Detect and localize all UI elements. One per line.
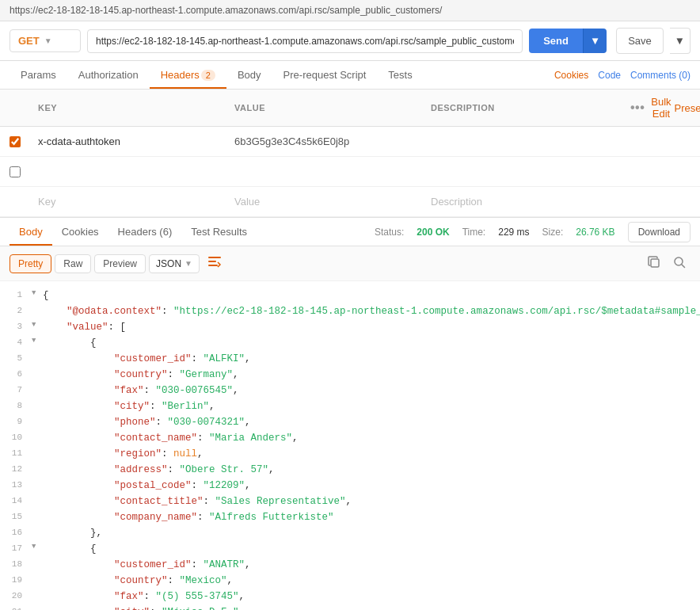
search-button[interactable]	[668, 253, 690, 275]
json-content: "customer_id": "ANATR",	[43, 557, 251, 573]
json-content: "customer_id": "ALFKI",	[43, 351, 251, 367]
copy-button[interactable]	[643, 253, 665, 275]
tab-headers[interactable]: Headers2	[150, 61, 226, 89]
json-line: 13 "postal_code": "12209",	[0, 478, 700, 494]
headers-section: KEY VALUE DESCRIPTION ••• Bulk Edit Pres…	[0, 90, 700, 217]
json-content: "value": [	[43, 319, 126, 335]
line-number: 6	[6, 367, 32, 382]
json-line: 2 "@odata.context": "https://ec2-18-182-…	[0, 303, 700, 319]
tab-pre-request[interactable]: Pre-request Script	[272, 61, 378, 89]
json-content: "contact_name": "Maria Anders",	[43, 430, 299, 446]
row-key[interactable]: x-cdata-authtoken	[38, 135, 234, 147]
empty-row-checkbox-wrap[interactable]	[10, 166, 38, 177]
download-button[interactable]: Download	[628, 222, 690, 242]
line-number: 8	[6, 398, 32, 414]
tab-tests[interactable]: Tests	[377, 61, 423, 89]
json-content: "company_name": "Alfreds Futterkiste"	[43, 509, 334, 525]
comments-link[interactable]: Comments (0)	[630, 70, 690, 81]
json-content: "city": "Berlin",	[43, 398, 215, 414]
response-tabs-bar: Body Cookies Headers (6) Test Results St…	[0, 218, 700, 246]
send-dropdown-button[interactable]: ▼	[583, 29, 607, 53]
svg-rect-0	[208, 257, 221, 258]
line-number: 3	[6, 319, 32, 334]
response-tab-cookies[interactable]: Cookies	[52, 218, 108, 246]
line-number: 17	[6, 541, 32, 556]
line-number: 7	[6, 383, 32, 398]
line-number: 14	[6, 494, 32, 509]
send-button[interactable]: Send	[529, 29, 583, 53]
preview-button[interactable]: Preview	[94, 254, 146, 273]
window-url: https://ec2-18-182-18-145.ap-northeast-1…	[10, 5, 442, 16]
json-line: 6 "country": "Germany",	[0, 367, 700, 383]
json-line: 3▼ "value": [	[0, 319, 700, 335]
row-value[interactable]: 6b3G5g3e3C4s5k6E0j8p	[234, 135, 431, 147]
response-section: Body Cookies Headers (6) Test Results St…	[0, 217, 700, 610]
json-content: {	[43, 288, 49, 303]
response-time: 229 ms	[498, 227, 529, 238]
method-select[interactable]: GET ▼	[10, 29, 81, 52]
json-line: 15 "company_name": "Alfreds Futterkiste"	[0, 509, 700, 525]
collapse-icon[interactable]: ▼	[32, 541, 41, 552]
col-desc-header: DESCRIPTION	[431, 103, 627, 112]
header-placeholder-row: Key Value Description	[0, 187, 700, 217]
json-content: "phone": "030-0074321",	[43, 414, 251, 430]
tab-right-links: Cookies Code Comments (0)	[554, 70, 690, 81]
response-status: Status: 200 OK Time: 229 ms Size: 26.76 …	[375, 222, 690, 242]
json-line: 1▼{	[0, 288, 700, 303]
json-line: 17▼ {	[0, 541, 700, 557]
response-tab-body[interactable]: Body	[10, 218, 52, 246]
json-content: "country": "Germany",	[43, 367, 239, 383]
response-tab-test-results[interactable]: Test Results	[181, 218, 257, 246]
line-number: 19	[6, 573, 32, 588]
header-row-empty	[0, 157, 700, 187]
svg-rect-3	[651, 259, 659, 267]
json-content: "fax": "(5) 555-3745",	[43, 589, 245, 604]
wrap-icon-button[interactable]	[203, 251, 226, 276]
placeholder-desc: Description	[431, 196, 627, 208]
tab-body[interactable]: Body	[226, 61, 272, 89]
top-url-bar: https://ec2-18-182-18-145.ap-northeast-1…	[0, 0, 700, 21]
url-input[interactable]	[87, 29, 523, 53]
json-content: },	[43, 525, 102, 541]
header-row: x-cdata-authtoken 6b3G5g3e3C4s5k6E0j8p	[0, 127, 700, 157]
json-line: 20 "fax": "(5) 555-3745",	[0, 589, 700, 604]
svg-line-5	[682, 265, 685, 268]
json-line: 19 "country": "Mexico",	[0, 573, 700, 589]
row-checkbox-wrap[interactable]	[10, 136, 38, 147]
collapse-icon[interactable]: ▼	[32, 319, 41, 330]
line-number: 20	[6, 589, 32, 604]
col-value-header: VALUE	[234, 103, 431, 112]
json-dropdown[interactable]: JSON ▼	[149, 254, 200, 273]
pretty-button[interactable]: Pretty	[10, 254, 51, 273]
line-number: 16	[6, 525, 32, 540]
response-tab-headers[interactable]: Headers (6)	[108, 218, 182, 246]
save-dropdown-button[interactable]: ▼	[670, 28, 690, 54]
tab-params[interactable]: Params	[10, 61, 67, 89]
placeholder-key: Key	[38, 196, 234, 208]
json-content: "city": "México D.F.",	[43, 604, 245, 610]
empty-row-checkbox[interactable]	[10, 166, 21, 177]
request-bar: GET ▼ Send ▼ Save ▼	[0, 21, 700, 61]
json-line: 14 "contact_title": "Sales Representativ…	[0, 494, 700, 509]
placeholder-value: Value	[234, 196, 431, 208]
json-content: "fax": "030-0076545",	[43, 383, 239, 398]
bulk-edit-button[interactable]: Bulk Edit	[651, 96, 671, 120]
row-checkbox[interactable]	[10, 136, 21, 147]
svg-rect-1	[208, 261, 216, 262]
cookies-link[interactable]: Cookies	[554, 70, 588, 81]
svg-rect-2	[208, 265, 218, 266]
line-number: 4	[6, 335, 32, 350]
status-ok: 200 OK	[417, 227, 449, 238]
collapse-icon[interactable]: ▼	[32, 335, 41, 346]
presets-button[interactable]: Presets ▼	[675, 102, 700, 114]
line-number: 12	[6, 462, 32, 477]
response-size: 26.76 KB	[576, 227, 614, 238]
raw-button[interactable]: Raw	[55, 254, 91, 273]
three-dots-icon[interactable]: •••	[627, 101, 648, 115]
code-link[interactable]: Code	[598, 70, 621, 81]
line-number: 21	[6, 604, 32, 610]
json-line: 10 "contact_name": "Maria Anders",	[0, 430, 700, 446]
save-button[interactable]: Save	[616, 28, 664, 54]
tab-authorization[interactable]: Authorization	[67, 61, 150, 89]
collapse-icon[interactable]: ▼	[32, 288, 41, 299]
